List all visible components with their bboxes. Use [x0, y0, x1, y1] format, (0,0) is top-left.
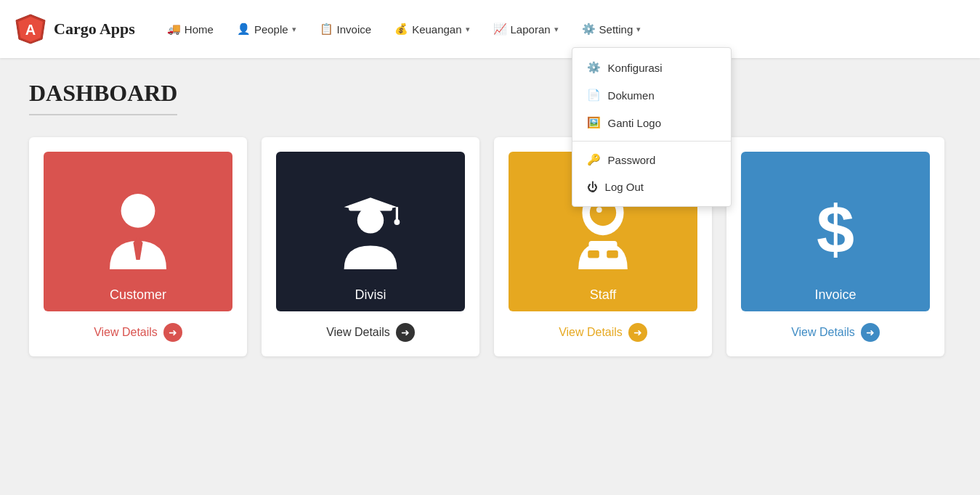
staff-view-details[interactable]: View Details ➜ — [559, 323, 647, 342]
divisi-card: Divisi View Details ➜ — [262, 137, 479, 356]
people-icon: 👤 — [237, 22, 251, 36]
cards-grid: Customer View Details ➜ — [29, 137, 951, 356]
nav-laporan[interactable]: 📈 Laporan ▾ — [483, 17, 569, 41]
customer-view-details[interactable]: View Details ➜ — [94, 323, 182, 342]
invoice-icon: $ — [788, 184, 883, 279]
laporan-caret-icon: ▾ — [554, 25, 559, 34]
divisi-card-image: Divisi — [276, 152, 465, 311]
nav-keuangan[interactable]: 💰 Keuangan ▾ — [384, 17, 479, 41]
dokumen-icon: 📄 — [587, 89, 601, 102]
divisi-view-details[interactable]: View Details ➜ — [326, 323, 415, 342]
svg-point-11 — [596, 207, 602, 213]
keuangan-icon: 💰 — [394, 22, 408, 36]
svg-point-3 — [121, 194, 155, 228]
nav-invoice[interactable]: 📋 Invoice — [309, 17, 382, 41]
invoice-card-image: $ Invoice — [741, 152, 930, 311]
nav-setting-wrapper: ⚙️ Setting ▾ ⚙️ Konfigurasi 📄 Dokumen 🖼️… — [572, 17, 652, 41]
dropdown-password[interactable]: 🔑 Password — [572, 146, 731, 173]
nav-people[interactable]: 👤 People ▾ — [227, 17, 307, 41]
customer-card: Customer View Details ➜ — [29, 137, 247, 356]
svg-rect-14 — [589, 241, 617, 248]
keuangan-caret-icon: ▾ — [466, 25, 470, 34]
konfigurasi-icon: ⚙️ — [587, 61, 601, 74]
svg-text:$: $ — [817, 191, 854, 267]
setting-caret-icon: ▾ — [636, 25, 641, 34]
navbar: A Cargo Apps 🚚 Home 👤 People ▾ 📋 Invoice… — [0, 0, 980, 58]
brand-name: Cargo Apps — [54, 20, 135, 38]
dropdown-dokumen[interactable]: 📄 Dokumen — [572, 81, 731, 109]
nav-items: 🚚 Home 👤 People ▾ 📋 Invoice 💰 Keuangan ▾… — [157, 17, 965, 41]
staff-card-label: Staff — [509, 287, 697, 303]
ganti-logo-icon: 🖼️ — [587, 116, 601, 129]
setting-icon: ⚙️ — [582, 22, 596, 36]
main-content: DASHBOARD Customer View Details ➜ — [0, 58, 980, 378]
invoice-arrow-icon: ➜ — [861, 323, 880, 342]
invoice-card: $ Invoice View Details ➜ — [726, 137, 944, 356]
setting-dropdown: ⚙️ Konfigurasi 📄 Dokumen 🖼️ Ganti Logo 🔑… — [572, 47, 732, 207]
svg-rect-13 — [607, 250, 618, 258]
divisi-arrow-icon: ➜ — [396, 323, 415, 342]
divisi-icon — [323, 184, 418, 279]
customer-card-label: Customer — [44, 287, 232, 303]
staff-arrow-icon: ➜ — [628, 323, 647, 342]
page-title: DASHBOARD — [29, 80, 177, 115]
svg-text:A: A — [25, 22, 36, 38]
laporan-icon: 📈 — [493, 22, 507, 36]
truck-icon: 🚚 — [167, 22, 181, 36]
brand-icon: A — [15, 13, 46, 45]
people-caret-icon: ▾ — [292, 25, 296, 34]
customer-card-image: Customer — [44, 152, 232, 311]
svg-point-8 — [394, 219, 400, 225]
dropdown-divider — [572, 141, 731, 142]
invoice-view-details[interactable]: View Details ➜ — [791, 323, 880, 342]
dropdown-konfigurasi[interactable]: ⚙️ Konfigurasi — [572, 54, 731, 81]
customer-arrow-icon: ➜ — [163, 323, 182, 342]
brand-logo-link[interactable]: A Cargo Apps — [15, 13, 135, 45]
password-icon: 🔑 — [587, 153, 601, 166]
divisi-card-label: Divisi — [276, 287, 465, 303]
logout-icon: ⏻ — [587, 181, 598, 193]
invoice-icon: 📋 — [320, 22, 333, 36]
svg-rect-12 — [588, 250, 599, 258]
nav-home[interactable]: 🚚 Home — [157, 17, 224, 41]
dropdown-ganti-logo[interactable]: 🖼️ Ganti Logo — [572, 109, 731, 136]
nav-setting[interactable]: ⚙️ Setting ▾ — [572, 17, 652, 41]
customer-icon — [91, 184, 185, 279]
invoice-card-label: Invoice — [741, 287, 930, 303]
dropdown-logout[interactable]: ⏻ Log Out — [572, 173, 731, 200]
